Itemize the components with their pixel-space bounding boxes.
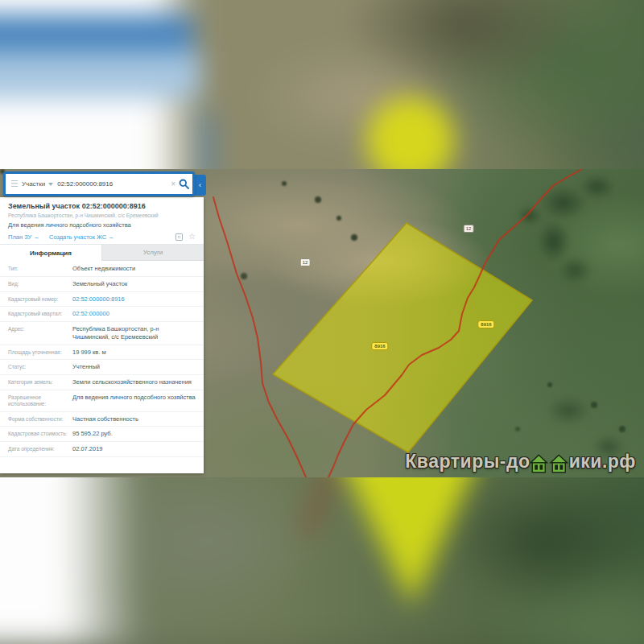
table-row: Кадастровый номер: 02:52:000000:8916 xyxy=(0,292,204,308)
clear-search-icon[interactable]: × xyxy=(171,180,175,188)
row-value: Земельный участок xyxy=(72,280,196,288)
search-category-dropdown[interactable]: Участки xyxy=(22,180,45,188)
row-label: Адрес: xyxy=(8,325,72,341)
row-value[interactable]: 02:52:000000 xyxy=(72,310,196,318)
screenshot-stage: 12 12 8916 8916 Квартиры-до ики.рф xyxy=(0,0,644,644)
table-row: Площадь уточненная: 19 999 кв. м xyxy=(0,345,204,361)
panel-links: План ЗУ → Создать участок ЖС → ☆ xyxy=(8,233,196,241)
row-label: Форма собственности: xyxy=(8,415,72,423)
watermark-suffix: ики.рф xyxy=(569,451,636,473)
search-input[interactable] xyxy=(57,180,167,188)
row-value: Республика Башкортостан, р-н Чишминский,… xyxy=(72,325,196,341)
tab-information[interactable]: Информация xyxy=(0,245,102,261)
quarter-label: 12 xyxy=(464,225,474,233)
site-watermark: Квартиры-до ики.рф xyxy=(405,450,636,473)
row-label: Дата определения: xyxy=(8,445,72,453)
table-row: Дата определения: 02.07.2019 xyxy=(0,442,204,457)
table-row: Категория земель: Земли сельскохозяйстве… xyxy=(0,375,204,390)
parcel-address-subtitle: Республика Башкортостан, р-н Чишминский,… xyxy=(8,213,196,218)
table-row: Адрес: Республика Башкортостан, р-н Чишм… xyxy=(0,322,204,345)
blurred-blue-band-light xyxy=(0,52,201,98)
quarter-label: 12 xyxy=(300,258,311,266)
row-label: Вид: xyxy=(8,280,72,288)
row-value: Частная собственность xyxy=(72,415,196,423)
row-label: Статус: xyxy=(8,363,72,371)
row-value: Учтенный xyxy=(72,363,196,371)
table-row: Тип: Объект недвижимости xyxy=(0,262,204,277)
blurred-blue-band xyxy=(0,14,193,52)
create-parcel-link[interactable]: Создать участок ЖС → xyxy=(49,233,114,241)
blurred-top-band xyxy=(0,0,644,171)
row-value: Для ведения личного подсобного хозяйства xyxy=(72,394,196,408)
row-label: Кадастровый номер: xyxy=(8,295,72,303)
row-label: Площадь уточненная: xyxy=(8,349,72,357)
info-rows: Тип: Объект недвижимости Вид: Земельный … xyxy=(0,261,204,457)
tab-services[interactable]: Услуги xyxy=(102,245,204,261)
row-label: Разрешенное использование: xyxy=(8,394,72,408)
row-label: Категория земель: xyxy=(8,378,72,386)
boundary-line-left xyxy=(213,197,306,477)
parcel-number-label: 8916 xyxy=(477,320,494,328)
row-value: 95 595.22 руб. xyxy=(72,430,196,438)
parcel-number-label: 8916 xyxy=(371,342,388,350)
bottom-vignette xyxy=(0,628,644,644)
table-row: Форма собственности: Частная собственнос… xyxy=(0,412,204,427)
chevron-down-icon[interactable] xyxy=(48,183,53,186)
plan-view-icon[interactable] xyxy=(175,233,183,241)
row-label: Кадастровый квартал: xyxy=(8,310,72,318)
search-bar: ☰ Участки × xyxy=(3,171,195,196)
row-value: 19 999 кв. м xyxy=(72,349,196,357)
search-icon[interactable] xyxy=(179,179,189,189)
row-value[interactable]: 02:52:000000:8916 xyxy=(72,295,196,303)
blurred-blue-sliver xyxy=(200,113,213,171)
table-row: Разрешенное использование: Для ведения л… xyxy=(0,390,204,412)
parcel-purpose: Для ведения личного подсобного хозяйства xyxy=(8,221,196,229)
blurred-panel-tail xyxy=(0,477,141,644)
panel-header: Земельный участок 02:52:000000:8916 Респ… xyxy=(0,197,204,244)
table-row: Кадастровый квартал: 02:52:000000 xyxy=(0,307,204,322)
favorite-star-icon[interactable]: ☆ xyxy=(188,233,196,241)
parcel-polygon[interactable] xyxy=(273,223,532,452)
table-row: Статус: Учтенный xyxy=(0,360,204,375)
row-value: Объект недвижимости xyxy=(72,265,196,273)
table-row: Кадастровая стоимость: 95 595.22 руб. xyxy=(0,427,204,442)
plan-zu-link[interactable]: План ЗУ → xyxy=(8,233,39,241)
chevron-left-icon: ‹ xyxy=(199,181,201,189)
panel-collapse-button[interactable]: ‹ xyxy=(194,175,206,196)
row-value: 02.07.2019 xyxy=(72,445,196,453)
row-value: Земли сельскохозяйственного назначения xyxy=(72,378,196,386)
houses-icon xyxy=(530,453,570,473)
row-label: Кадастровая стоимость: xyxy=(8,430,72,438)
watermark-prefix: Квартиры-до xyxy=(405,451,530,473)
table-row: Вид: Земельный участок xyxy=(0,277,204,292)
blurred-bottom-band xyxy=(0,477,644,644)
panel-tabs: Информация Услуги xyxy=(0,244,204,261)
menu-icon[interactable]: ☰ xyxy=(10,179,19,189)
parcel-info-panel: Земельный участок 02:52:000000:8916 Респ… xyxy=(0,197,204,473)
row-label: Тип: xyxy=(8,265,72,273)
page-title: Земельный участок 02:52:000000:8916 xyxy=(8,202,196,210)
